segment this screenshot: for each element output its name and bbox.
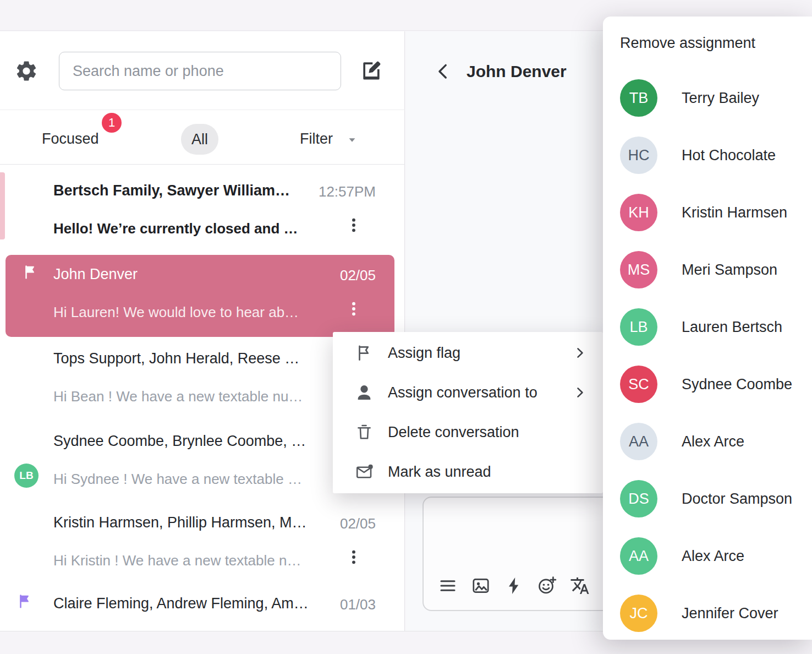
flag-icon xyxy=(22,264,39,280)
person-name: Sydnee Coombe xyxy=(682,376,792,393)
conversation-preview: Hi Sydnee ! We have a new textable … xyxy=(53,471,328,488)
conversation-row[interactable]: Bertsch Family, Sawyer William… 12:57PM … xyxy=(0,171,405,254)
menu-item-assign-conversation[interactable]: Assign conversation to xyxy=(333,373,603,412)
chevron-right-icon xyxy=(572,385,588,400)
assign-person-item[interactable]: AA Alex Arce xyxy=(603,527,812,585)
conversation-context-menu: Assign flag Assign conversation to Delet… xyxy=(333,332,603,493)
assign-person-item[interactable]: JC Jennifer Cover xyxy=(603,585,812,640)
assign-person-item[interactable]: LB Lauren Bertsch xyxy=(603,298,812,356)
assign-person-item[interactable]: DS Doctor Sampson xyxy=(603,470,812,527)
back-chevron-icon[interactable] xyxy=(434,62,453,80)
tab-all[interactable]: All xyxy=(181,124,218,155)
menu-item-mark-unread[interactable]: Mark as unread xyxy=(333,452,603,492)
conversation-title: Sydnee Coombe, Brynlee Coombe, … xyxy=(53,433,312,450)
avatar: KH xyxy=(620,194,657,231)
menu-item-label: Assign flag xyxy=(388,345,460,362)
mail-unread-icon xyxy=(355,462,374,481)
menu-item-label: Assign conversation to xyxy=(388,384,537,401)
person-name: Lauren Bertsch xyxy=(682,319,782,336)
person-name: Alex Arce xyxy=(682,548,744,565)
avatar: TB xyxy=(620,79,657,117)
menu-item-delete-conversation[interactable]: Delete conversation xyxy=(333,412,603,452)
conversation-time: 02/05 xyxy=(340,267,376,284)
conversation-title: Tops Support, John Herald, Reese Wi… xyxy=(53,350,312,367)
conversation-header-title: John Denver xyxy=(467,62,567,81)
assign-person-item[interactable]: AA Alex Arce xyxy=(603,413,812,470)
person-name: Terry Bailey xyxy=(682,90,759,107)
focused-unread-badge: 1 xyxy=(102,113,122,133)
assign-person-item[interactable]: TB Terry Bailey xyxy=(603,69,812,127)
person-name: Alex Arce xyxy=(682,433,744,450)
assign-person-item[interactable]: MS Meri Sampson xyxy=(603,241,812,298)
trash-icon xyxy=(355,423,374,442)
person-icon xyxy=(355,383,374,402)
person-name: Meri Sampson xyxy=(682,261,777,279)
assign-person-item[interactable]: SC Sydnee Coombe xyxy=(603,356,812,413)
chevron-right-icon xyxy=(572,345,588,361)
conversation-preview: Hello! We’re currently closed and … xyxy=(53,220,328,237)
conversation-preview: Hi Lauren! We would love to hear ab… xyxy=(53,304,328,321)
avatar: AA xyxy=(620,423,657,460)
more-options-icon[interactable] xyxy=(345,216,363,234)
unread-accent-bar xyxy=(0,172,5,239)
person-name: Kristin Harmsen xyxy=(682,204,787,221)
avatar: DS xyxy=(620,480,657,517)
avatar: AA xyxy=(620,537,657,575)
menu-item-assign-flag[interactable]: Assign flag xyxy=(333,333,603,373)
more-options-icon[interactable] xyxy=(345,300,363,318)
avatar: SC xyxy=(620,366,657,403)
person-name: Doctor Sampson xyxy=(682,490,792,508)
conversation-row-selected[interactable]: John Denver 02/05 Hi Lauren! We would lo… xyxy=(6,255,394,337)
avatar: HC xyxy=(620,137,657,174)
assign-person-item[interactable]: KH Kristin Harmsen xyxy=(603,184,812,241)
avatar: LB xyxy=(620,308,657,346)
tab-focused[interactable]: Focused xyxy=(42,130,99,148)
chevron-down-icon xyxy=(345,133,359,147)
avatar: LB xyxy=(14,464,39,488)
templates-menu-icon[interactable] xyxy=(438,576,458,596)
person-name: Jennifer Cover xyxy=(682,605,778,622)
translate-icon[interactable] xyxy=(570,576,590,596)
settings-gear-icon[interactable] xyxy=(14,59,39,83)
app-window: Focused 1 All Filter Bertsch Family, Saw… xyxy=(0,0,812,654)
conversation-time: 01/03 xyxy=(340,596,376,613)
person-name: Hot Chocolate xyxy=(682,147,776,164)
conversation-sidebar: Focused 1 All Filter Bertsch Family, Saw… xyxy=(0,31,405,631)
menu-item-label: Mark as unread xyxy=(388,464,491,481)
purple-flag-icon xyxy=(17,593,33,609)
search-input[interactable] xyxy=(59,52,341,90)
conversation-time: 02/05 xyxy=(340,515,376,532)
menu-item-label: Delete conversation xyxy=(388,424,519,441)
assign-to-submenu: Remove assignment TB Terry Bailey HC Hot… xyxy=(603,17,812,640)
conversation-title: John Denver xyxy=(53,266,312,283)
conversation-title: Claire Fleming, Andrew Fleming, Ama… xyxy=(53,595,312,612)
conversation-time: 12:57PM xyxy=(319,183,376,200)
more-options-icon[interactable] xyxy=(345,548,363,566)
quick-reply-lightning-icon[interactable] xyxy=(504,576,524,596)
conversation-title: Bertsch Family, Sawyer William… xyxy=(53,182,312,199)
avatar: JC xyxy=(620,595,657,632)
avatar: MS xyxy=(620,251,657,288)
conversation-preview: Hi Kristin ! We have a new textable n… xyxy=(53,552,328,569)
divider xyxy=(0,110,405,110)
conversation-title: Kristin Harmsen, Phillip Harmsen, Ma… xyxy=(53,514,312,531)
conversation-preview: Hi Bean ! We have a new textable nu… xyxy=(53,388,328,405)
compose-message-icon[interactable] xyxy=(359,58,383,83)
conversation-row[interactable]: Kristin Harmsen, Phillip Harmsen, Ma… 02… xyxy=(0,503,405,584)
conversation-row[interactable]: Claire Fleming, Andrew Fleming, Ama… 01/… xyxy=(0,584,405,631)
flag-icon xyxy=(355,344,374,362)
remove-assignment-item[interactable]: Remove assignment xyxy=(603,17,812,69)
assign-person-item[interactable]: HC Hot Chocolate xyxy=(603,127,812,184)
emoji-add-icon[interactable] xyxy=(537,576,557,596)
filter-button[interactable]: Filter xyxy=(300,130,333,148)
divider xyxy=(0,164,405,165)
attach-image-icon[interactable] xyxy=(471,576,491,596)
